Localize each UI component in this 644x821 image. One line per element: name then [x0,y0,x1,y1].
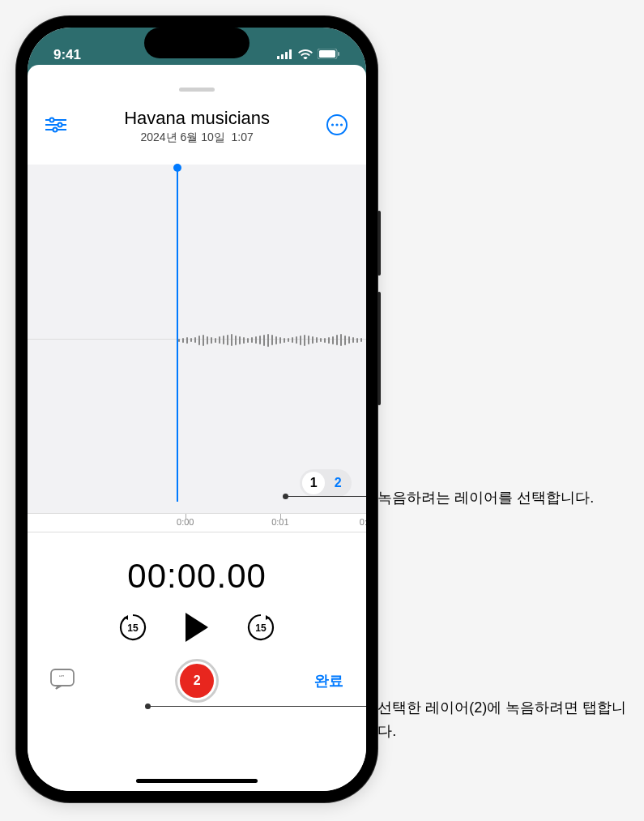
playback-controls: 15 15 [28,612,366,643]
waveform [177,325,366,356]
screen: 9:41 [28,28,366,791]
time-tick: 0:00 [177,517,194,527]
cellular-icon [277,47,293,63]
callout-layer-select: 녹음하려는 레이어를 선택합니다. [377,486,628,510]
iphone-device-frame: 9:41 [16,16,377,802]
svg-point-16 [340,123,343,126]
time-ruler: 0:00 0:01 0:02 [28,513,366,532]
time-tick: 0:01 [271,517,288,527]
svg-text:“”: “” [59,673,64,682]
svg-point-8 [50,118,54,122]
layer-selector: 1 2 [300,469,352,497]
svg-rect-2 [285,52,288,59]
svg-rect-0 [277,56,279,59]
svg-point-10 [58,123,62,127]
layer-button-1[interactable]: 1 [302,472,325,494]
wifi-icon [298,47,313,63]
dynamic-island [144,28,249,58]
svg-rect-1 [281,54,284,59]
waveform-area[interactable]: 1 2 [28,165,366,513]
time-tick: 0:02 [360,517,366,527]
svg-text:15: 15 [255,622,267,634]
svg-text:15: 15 [127,622,139,634]
more-icon[interactable] [326,125,348,139]
layer-button-2[interactable]: 2 [326,472,349,494]
sheet-grabber[interactable] [179,88,215,92]
recording-title: Havana musicians [78,108,316,129]
skip-back-15-button[interactable]: 15 [117,612,148,643]
svg-rect-6 [338,52,339,56]
svg-point-12 [53,128,58,132]
svg-point-14 [331,123,334,126]
header: Havana musicians 2024년 6월 10일 1:07 [28,100,366,150]
transcript-icon[interactable]: “” [50,678,75,692]
bottom-bar: “” 2 완료 [28,659,366,703]
battery-icon [318,47,340,63]
status-time: 9:41 [53,47,81,63]
filter-icon[interactable] [45,122,66,135]
svg-rect-3 [289,49,292,59]
recording-meta: 2024년 6월 10일 1:07 [78,130,316,145]
skip-forward-15-button[interactable]: 15 [245,612,276,643]
home-indicator[interactable] [136,779,258,783]
svg-rect-5 [319,50,335,58]
svg-point-15 [336,123,339,126]
record-layer-indicator: 2 [180,664,214,698]
callout-record-tap: 선택한 레이어(2)에 녹음하려면 탭합니다. [377,696,628,743]
play-button[interactable] [186,613,208,642]
record-button[interactable]: 2 [175,659,219,703]
playback-timer: 00:00.00 [28,557,366,596]
done-button[interactable]: 완료 [295,671,343,691]
